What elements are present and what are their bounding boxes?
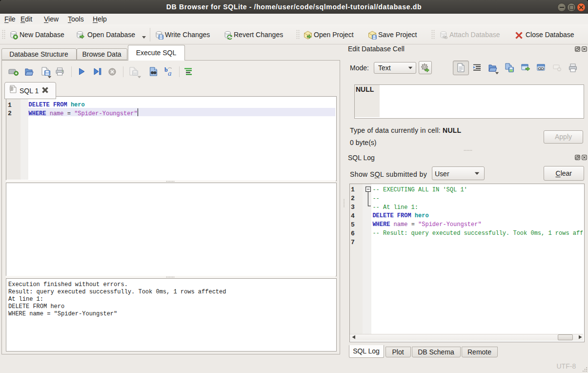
svg-text:b: b: [164, 66, 168, 73]
svg-text:a: a: [168, 69, 172, 77]
